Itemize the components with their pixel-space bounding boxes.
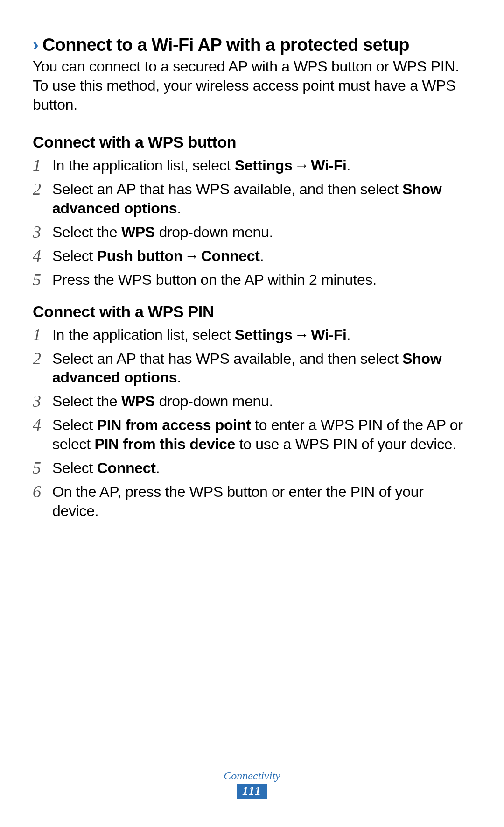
step-text: In the application list, select Settings… — [52, 156, 471, 175]
step-text: Select the WPS drop-down menu. — [52, 392, 471, 411]
section-title: Connect to a Wi-Fi AP with a protected s… — [42, 35, 409, 55]
step-number: 5 — [33, 270, 52, 288]
list-item: 4 Select Push button → Connect. — [33, 247, 471, 266]
step-number: 1 — [33, 325, 52, 343]
list-item: 5 Press the WPS button on the AP within … — [33, 270, 471, 290]
step-text: Select an AP that has WPS available, and… — [52, 349, 471, 388]
step-number: 4 — [33, 416, 52, 433]
step-number: 5 — [33, 459, 52, 476]
step-text: On the AP, press the WPS button or enter… — [52, 482, 471, 521]
wps-pin-steps: 1 In the application list, select Settin… — [33, 325, 471, 521]
list-item: 3 Select the WPS drop-down menu. — [33, 223, 471, 242]
step-text: Select PIN from access point to enter a … — [52, 416, 471, 454]
wps-button-heading: Connect with a WPS button — [33, 133, 471, 151]
list-item: 5 Select Connect. — [33, 459, 471, 478]
step-number: 2 — [33, 349, 52, 367]
step-text: Select Push button → Connect. — [52, 247, 471, 266]
step-text: In the application list, select Settings… — [52, 325, 471, 345]
section-header: › Connect to a Wi-Fi AP with a protected… — [33, 35, 471, 55]
step-text: Select an AP that has WPS available, and… — [52, 180, 471, 218]
list-item: 4 Select PIN from access point to enter … — [33, 416, 471, 454]
list-item: 6 On the AP, press the WPS button or ent… — [33, 482, 471, 521]
step-number: 3 — [33, 392, 52, 410]
list-item: 2 Select an AP that has WPS available, a… — [33, 349, 471, 388]
step-number: 1 — [33, 156, 52, 174]
step-number: 3 — [33, 223, 52, 240]
step-text: Press the WPS button on the AP within 2 … — [52, 270, 471, 290]
page-footer: Connectivity 111 — [0, 770, 504, 799]
step-number: 2 — [33, 180, 52, 198]
footer-section-label: Connectivity — [0, 770, 504, 782]
step-text: Select Connect. — [52, 459, 471, 478]
list-item: 1 In the application list, select Settin… — [33, 156, 471, 175]
intro-paragraph: You can connect to a secured AP with a W… — [33, 57, 471, 114]
wps-pin-heading: Connect with a WPS PIN — [33, 303, 471, 321]
step-number: 6 — [33, 482, 52, 500]
list-item: 2 Select an AP that has WPS available, a… — [33, 180, 471, 218]
step-text: Select the WPS drop-down menu. — [52, 223, 471, 242]
page-number: 111 — [237, 784, 267, 799]
wps-button-steps: 1 In the application list, select Settin… — [33, 156, 471, 290]
step-number: 4 — [33, 247, 52, 264]
list-item: 1 In the application list, select Settin… — [33, 325, 471, 345]
list-item: 3 Select the WPS drop-down menu. — [33, 392, 471, 411]
chevron-right-icon: › — [33, 35, 39, 55]
